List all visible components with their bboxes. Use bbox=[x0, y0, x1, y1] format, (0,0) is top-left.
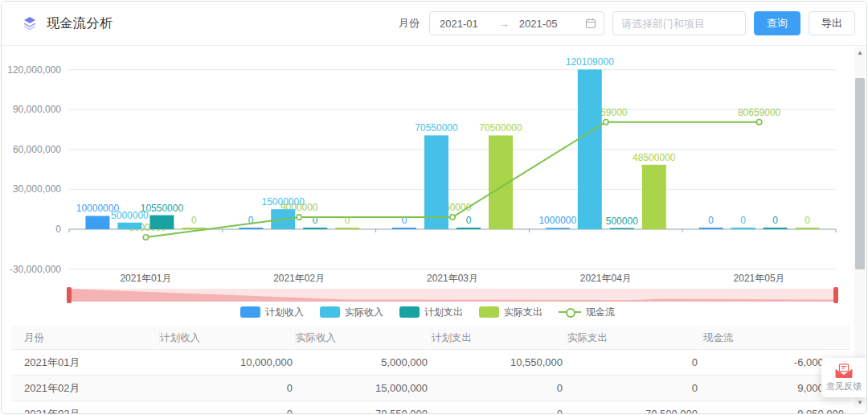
svg-text:2021年02月: 2021年02月 bbox=[273, 273, 325, 284]
cell-month: 2021年02月 bbox=[24, 381, 159, 396]
feedback-button[interactable]: 意见反馈 bbox=[821, 358, 866, 397]
month-field-label: 月份 bbox=[399, 16, 420, 31]
svg-text:120,000,000: 120,000,000 bbox=[7, 64, 61, 76]
bar-计划支出[interactable] bbox=[457, 228, 481, 229]
bar-实际收入[interactable] bbox=[731, 228, 755, 229]
bar-实际收入[interactable] bbox=[424, 135, 448, 229]
department-project-input[interactable] bbox=[612, 11, 746, 35]
svg-text:2021年01月: 2021年01月 bbox=[120, 273, 171, 284]
end-date-input[interactable]: 2021-05 bbox=[519, 18, 558, 30]
table-row: 2021年01月 10,000,000 5,000,000 10,550,000… bbox=[11, 350, 850, 376]
svg-text:0: 0 bbox=[55, 224, 61, 235]
cell-plan-expense: 10,550,000 bbox=[429, 356, 564, 368]
line-marker[interactable] bbox=[143, 235, 148, 240]
bar-实际支出[interactable] bbox=[642, 165, 666, 229]
cell-plan-income: 0 bbox=[159, 382, 294, 394]
legend-item-cashflow[interactable]: 现金流 bbox=[559, 306, 615, 319]
bar-计划支出[interactable] bbox=[610, 228, 634, 230]
line-marker[interactable] bbox=[756, 119, 761, 124]
col-header-cashflow: 现金流 bbox=[703, 331, 850, 345]
bar-实际支出[interactable] bbox=[182, 228, 206, 229]
chart-legend: 计划收入 实际收入 计划支出 实际支出 现金流 bbox=[2, 306, 854, 318]
legend-label: 现金流 bbox=[586, 306, 615, 319]
cell-plan-income: 10,000,000 bbox=[159, 356, 294, 368]
datazoom-handle-right[interactable] bbox=[833, 287, 838, 303]
table-header-row: 月份 计划收入 实际收入 计划支出 实际支出 现金流 bbox=[11, 326, 850, 350]
svg-text:60,000,000: 60,000,000 bbox=[13, 144, 61, 155]
feedback-envelope-icon bbox=[834, 364, 854, 379]
scrollbar-thumb[interactable] bbox=[855, 78, 865, 269]
cell-plan-income: 0 bbox=[159, 408, 294, 414]
svg-text:0: 0 bbox=[805, 215, 810, 226]
gridlines bbox=[69, 70, 836, 269]
bar-计划支出[interactable] bbox=[303, 228, 327, 229]
bar-实际支出[interactable] bbox=[796, 228, 820, 229]
range-arrow-icon: → bbox=[499, 18, 510, 30]
page-title: 现金流分析 bbox=[47, 15, 113, 32]
page-header: 现金流分析 月份 2021-01 → 2021-05 查询 导出 bbox=[2, 2, 866, 46]
chart-datazoom-slider[interactable] bbox=[67, 287, 838, 303]
line-marker[interactable] bbox=[297, 215, 301, 220]
bar-计划收入[interactable] bbox=[239, 228, 263, 229]
col-header-month: 月份 bbox=[24, 331, 160, 345]
bar-计划收入[interactable] bbox=[392, 228, 416, 229]
svg-text:-30,000,000: -30,000,000 bbox=[10, 264, 61, 275]
query-button[interactable]: 查询 bbox=[754, 11, 800, 35]
datazoom-handle-left[interactable] bbox=[67, 287, 72, 303]
legend-item-plan-income[interactable]: 计划收入 bbox=[240, 306, 304, 319]
bar-实际收入[interactable] bbox=[578, 69, 602, 229]
cell-month: 2021年01月 bbox=[24, 355, 159, 370]
bar-计划收入[interactable] bbox=[85, 216, 109, 229]
feedback-label: 意见反馈 bbox=[826, 380, 862, 392]
scrollbar-up-arrow-icon[interactable]: ▲ bbox=[854, 47, 866, 58]
bar-实际收入[interactable] bbox=[117, 223, 141, 229]
cell-month: 2021年03月 bbox=[24, 407, 159, 415]
bar-计划收入[interactable] bbox=[546, 228, 570, 229]
layers-icon bbox=[23, 16, 37, 31]
svg-text:0: 0 bbox=[466, 215, 472, 226]
cashflow-table: 月份 计划收入 实际收入 计划支出 实际支出 现金流 2021年01月 10,0… bbox=[11, 326, 850, 414]
bar-计划收入[interactable] bbox=[699, 228, 723, 229]
start-date-input[interactable]: 2021-01 bbox=[440, 18, 478, 30]
cell-actual-expense: 0 bbox=[564, 382, 699, 394]
legend-label: 实际收入 bbox=[345, 306, 383, 319]
svg-text:1000000: 1000000 bbox=[538, 215, 576, 226]
legend-label: 计划支出 bbox=[424, 306, 463, 319]
table-row: 2021年03月 0 70,550,000 0 70,500,000 9,050… bbox=[11, 401, 850, 414]
svg-text:2021年05月: 2021年05月 bbox=[734, 273, 785, 284]
svg-text:48500000: 48500000 bbox=[633, 152, 676, 163]
svg-text:10550000: 10550000 bbox=[141, 203, 184, 214]
svg-text:30,000,000: 30,000,000 bbox=[13, 183, 61, 195]
svg-text:0: 0 bbox=[740, 215, 746, 226]
svg-text:2021年04月: 2021年04月 bbox=[580, 273, 632, 284]
vertical-scrollbar[interactable]: ▲ ▼ bbox=[854, 47, 866, 408]
cashflow-line[interactable] bbox=[143, 119, 762, 240]
export-button[interactable]: 导出 bbox=[809, 11, 855, 35]
legend-label: 实际支出 bbox=[504, 306, 542, 319]
bar-计划支出[interactable] bbox=[149, 216, 174, 229]
date-range-picker[interactable]: 2021-01 → 2021-05 bbox=[429, 11, 604, 35]
svg-text:0: 0 bbox=[191, 215, 197, 226]
table-row: 2021年02月 0 15,000,000 0 0 9,000,000 bbox=[11, 376, 850, 401]
legend-marker-actual-expense bbox=[479, 306, 499, 318]
x-axis-labels: 2021年01月2021年02月2021年03月2021年04月2021年05月 bbox=[120, 273, 784, 284]
cashflow-chart[interactable]: 120,000,00090,000,00060,000,00030,000,00… bbox=[2, 47, 854, 306]
svg-text:120109000: 120109000 bbox=[566, 56, 614, 68]
cell-actual-income: 15,000,000 bbox=[294, 382, 429, 394]
svg-text:70500000: 70500000 bbox=[479, 122, 522, 134]
line-marker[interactable] bbox=[604, 119, 608, 124]
legend-item-actual-income[interactable]: 实际收入 bbox=[320, 306, 383, 319]
legend-label: 计划收入 bbox=[265, 306, 304, 319]
calendar-icon[interactable] bbox=[585, 18, 596, 29]
bar-计划支出[interactable] bbox=[764, 228, 788, 229]
col-header-actual-expense: 实际支出 bbox=[567, 331, 703, 345]
line-marker[interactable] bbox=[450, 215, 455, 220]
cell-cashflow: 9,050,000 bbox=[699, 408, 850, 414]
cell-plan-expense: 0 bbox=[429, 408, 564, 414]
scrollbar-down-arrow-icon[interactable]: ▼ bbox=[854, 397, 866, 408]
bar-实际支出[interactable] bbox=[335, 228, 359, 229]
legend-marker-plan-income bbox=[240, 306, 260, 318]
col-header-actual-income: 实际收入 bbox=[296, 331, 432, 345]
legend-item-actual-expense[interactable]: 实际支出 bbox=[479, 306, 542, 319]
legend-item-plan-expense[interactable]: 计划支出 bbox=[399, 306, 463, 319]
